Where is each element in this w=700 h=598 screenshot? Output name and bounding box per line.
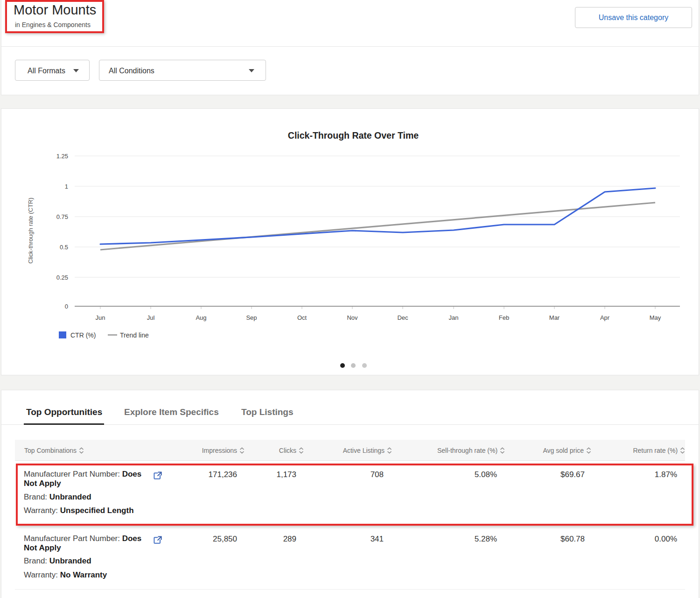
svg-text:Jul: Jul — [147, 314, 155, 321]
svg-text:0: 0 — [65, 303, 68, 310]
svg-text:0.75: 0.75 — [56, 213, 68, 220]
svg-text:Click-through rate (CTR): Click-through rate (CTR) — [27, 197, 34, 264]
svg-text:Oct: Oct — [297, 314, 307, 321]
svg-text:Dec: Dec — [397, 314, 408, 321]
svg-text:Sep: Sep — [246, 314, 257, 321]
svg-text:Nov: Nov — [347, 314, 358, 321]
svg-text:May: May — [650, 314, 661, 321]
svg-text:0.5: 0.5 — [60, 244, 68, 251]
svg-text:Feb: Feb — [499, 314, 509, 321]
svg-text:Aug: Aug — [196, 314, 206, 321]
svg-text:1.25: 1.25 — [56, 153, 68, 160]
svg-text:CTR (%): CTR (%) — [70, 331, 96, 339]
svg-text:Mar: Mar — [549, 314, 560, 321]
svg-text:Click-Through Rate Over Time: Click-Through Rate Over Time — [288, 130, 419, 141]
svg-text:Trend line: Trend line — [120, 331, 149, 339]
svg-text:0.25: 0.25 — [56, 274, 68, 281]
svg-text:Jan: Jan — [449, 314, 459, 321]
svg-text:Jun: Jun — [96, 314, 105, 321]
svg-text:1: 1 — [65, 183, 68, 190]
svg-text:Apr: Apr — [600, 314, 610, 321]
